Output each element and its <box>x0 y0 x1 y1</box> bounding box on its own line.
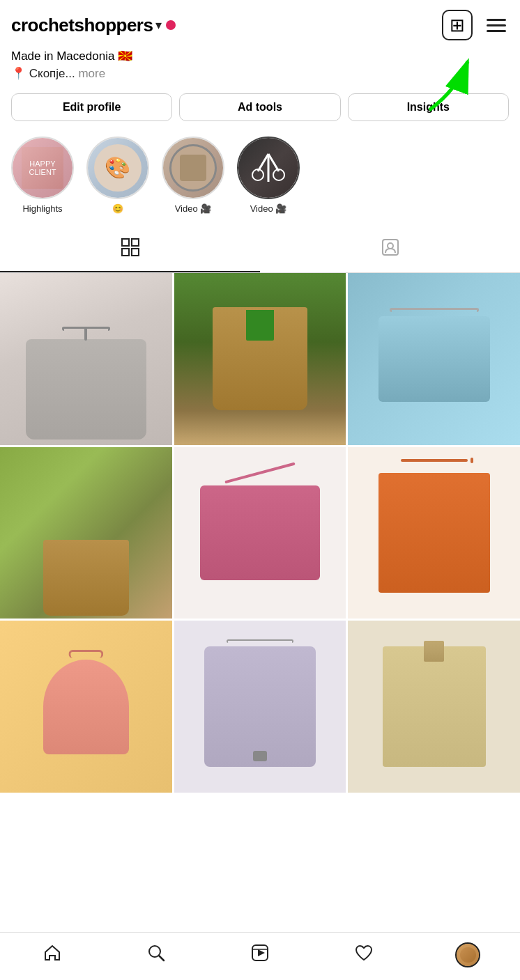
ad-tools-button[interactable]: Ad tools <box>179 93 340 121</box>
highlight-item-2[interactable]: 🎨 😊 <box>86 137 149 214</box>
grid-item-3[interactable] <box>348 273 520 445</box>
highlight-item-3[interactable]: Video 🎥 <box>162 137 224 214</box>
plus-icon: ⊞ <box>450 15 465 36</box>
tagged-icon <box>381 238 400 261</box>
highlight-label-3: Video 🎥 <box>175 203 212 214</box>
svg-point-11 <box>388 243 393 249</box>
photo-grid <box>0 273 520 793</box>
highlight-circle-1: HAPPYCLIENT <box>11 137 74 199</box>
menu-line-1 <box>487 19 506 21</box>
highlight-image-3 <box>163 138 223 198</box>
bio-line1: Made in Macedonia 🇲🇰 <box>11 49 509 63</box>
svg-line-13 <box>159 956 164 960</box>
username-section: crochetshoppers ▾ <box>11 15 176 36</box>
nav-home[interactable] <box>31 940 73 970</box>
add-content-button[interactable]: ⊞ <box>442 10 473 40</box>
bio-line2: 📍 Скопје... more <box>11 66 509 81</box>
highlight-label-1: Highlights <box>22 203 62 214</box>
svg-rect-6 <box>122 239 129 246</box>
svg-rect-7 <box>132 239 139 246</box>
live-dot <box>166 20 176 30</box>
reels-icon <box>250 943 270 967</box>
bio-more-link[interactable]: more <box>78 67 105 80</box>
profile-avatar <box>455 942 480 967</box>
grid-item-8[interactable] <box>174 621 346 793</box>
home-icon <box>43 943 62 967</box>
header-actions: ⊞ <box>442 10 509 40</box>
highlight-image-1: HAPPYCLIENT <box>13 138 72 198</box>
tab-bar <box>0 228 520 273</box>
highlight-image-2: 🎨 <box>88 138 148 198</box>
menu-button[interactable] <box>484 16 509 35</box>
grid-item-5[interactable] <box>174 447 346 619</box>
highlight-label-4: Video 🎥 <box>250 203 287 214</box>
page-content: crochetshoppers ▾ ⊞ Made in Macedonia 🇲🇰… <box>0 0 520 848</box>
svg-rect-9 <box>132 249 139 256</box>
grid-icon <box>121 238 140 261</box>
bottom-nav <box>0 932 520 980</box>
highlight-item-1[interactable]: HAPPYCLIENT Highlights <box>11 137 74 214</box>
search-icon <box>146 943 166 967</box>
highlight-image-4 <box>238 138 298 198</box>
menu-line-3 <box>487 30 506 32</box>
menu-line-2 <box>487 24 506 26</box>
highlight-circle-2: 🎨 <box>86 137 149 199</box>
tab-tagged[interactable] <box>260 228 520 272</box>
username: crochetshoppers <box>11 15 153 36</box>
grid-item-2[interactable] <box>174 273 346 445</box>
grid-item-1[interactable] <box>0 273 172 445</box>
highlights-row: HAPPYCLIENT Highlights 🎨 😊 <box>0 131 520 224</box>
nav-profile[interactable] <box>447 940 489 970</box>
svg-line-1 <box>258 154 268 171</box>
heart-icon <box>354 943 374 967</box>
svg-marker-15 <box>258 949 265 956</box>
highlight-circle-4 <box>237 137 300 199</box>
grid-item-4[interactable] <box>0 447 172 619</box>
edit-profile-button[interactable]: Edit profile <box>11 93 172 121</box>
highlight-item-4[interactable]: Video 🎥 <box>237 137 300 214</box>
chevron-down-icon[interactable]: ▾ <box>155 17 162 33</box>
action-buttons: Edit profile Ad tools Insights <box>0 86 520 131</box>
header: crochetshoppers ▾ ⊞ <box>0 0 520 46</box>
grid-item-6[interactable] <box>348 447 520 619</box>
tab-grid[interactable] <box>0 228 260 272</box>
nav-reels[interactable] <box>239 940 281 970</box>
grid-item-7[interactable] <box>0 621 172 793</box>
highlight-label-2: 😊 <box>112 203 123 214</box>
grid-item-9[interactable] <box>348 621 520 793</box>
svg-rect-8 <box>122 249 129 256</box>
insights-button[interactable]: Insights <box>348 93 509 121</box>
svg-line-2 <box>268 154 279 171</box>
bio-location: 📍 Скопје... <box>11 67 75 80</box>
highlight-circle-3 <box>162 137 224 199</box>
nav-search[interactable] <box>135 940 177 970</box>
nav-heart[interactable] <box>343 940 385 970</box>
bio-section: Made in Macedonia 🇲🇰 📍 Скопје... more <box>0 46 520 86</box>
